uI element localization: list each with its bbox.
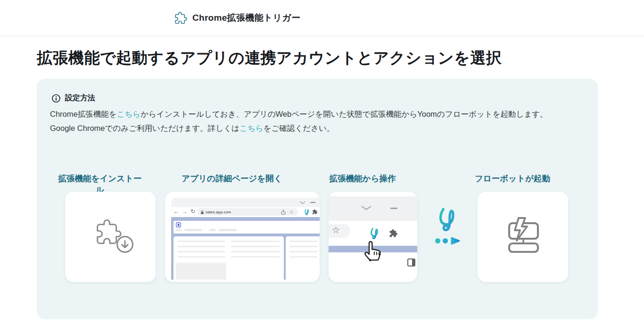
info-icon bbox=[51, 94, 61, 103]
guide-header: 設定方法 bbox=[51, 93, 95, 103]
doc-icon bbox=[176, 222, 181, 227]
details-link[interactable]: こちら bbox=[239, 124, 264, 132]
flow-dot bbox=[443, 238, 448, 243]
placeholder-pill bbox=[209, 229, 216, 231]
yoom-logo bbox=[435, 207, 460, 231]
flowbot-icon bbox=[500, 214, 545, 259]
step-title: フローボットが起動 bbox=[467, 173, 558, 184]
placeholder-line bbox=[231, 251, 280, 252]
share-icon bbox=[281, 210, 286, 215]
step-4-flowbot-starts: フローボットが起動 bbox=[478, 173, 568, 282]
placeholder-line bbox=[231, 246, 280, 247]
extension-puzzle-icon bbox=[174, 12, 187, 24]
browser-titlebar bbox=[329, 196, 417, 221]
app-header: Chrome拡張機能トリガー bbox=[0, 0, 644, 36]
step-card-toolbar-zoom: ☆ bbox=[329, 192, 417, 282]
extensions-puzzle-icon bbox=[389, 229, 398, 238]
page-header-strip bbox=[173, 221, 320, 234]
placeholder-line bbox=[289, 251, 318, 252]
extensions-puzzle-icon bbox=[312, 209, 318, 215]
step-title: 拡張機能をインストール bbox=[55, 173, 145, 184]
step-2-open-app-page: アプリの詳細ページを開く ← → ↻ sales.app.com bbox=[165, 173, 320, 282]
flow-dot bbox=[435, 238, 440, 243]
page-panel-left bbox=[173, 236, 284, 280]
placeholder-line bbox=[289, 241, 318, 242]
minimize-icon bbox=[310, 202, 315, 203]
step-1-install-extension: 拡張機能をインストール bbox=[65, 173, 156, 282]
app-header-content: Chrome拡張機能トリガー bbox=[174, 0, 300, 36]
placeholder-line bbox=[177, 256, 225, 258]
step-title: 拡張機能から操作 bbox=[318, 173, 407, 184]
step-card-flowbot bbox=[478, 192, 568, 282]
placeholder-line bbox=[177, 241, 225, 242]
app-page-mockup bbox=[171, 217, 320, 280]
guide-line1-post: からインストールしておき、アプリのWebページを開いた状態で拡張機能からYoom… bbox=[140, 110, 547, 118]
guide-line1-pre: Chrome拡張機能を bbox=[50, 110, 117, 118]
browser-toolbar: ☆ bbox=[329, 221, 417, 241]
flow-arrow-icon bbox=[451, 237, 460, 245]
yoom-extension-icon bbox=[369, 227, 380, 239]
url-bar: sales.app.com ☆ bbox=[197, 208, 298, 216]
minimize-icon bbox=[390, 208, 397, 209]
browser-window-mockup: ← → ↻ sales.app.com ☆ bbox=[171, 198, 320, 217]
placeholder-box bbox=[176, 263, 226, 280]
browser-titlebar bbox=[171, 198, 320, 207]
guide-line2-post: をご確認ください。 bbox=[264, 124, 335, 132]
placeholder-line bbox=[177, 251, 225, 252]
app-title: Chrome拡張機能トリガー bbox=[192, 12, 300, 24]
url-text: sales.app.com bbox=[206, 210, 231, 214]
placeholder-pill bbox=[175, 229, 182, 231]
puzzle-download-icon bbox=[88, 213, 135, 260]
back-icon: ← bbox=[173, 209, 179, 214]
placeholder-line bbox=[289, 246, 318, 247]
page-title: 拡張機能で起動するアプリの連携アカウントとアクションを選択 bbox=[37, 48, 626, 68]
star-icon: ☆ bbox=[289, 210, 294, 215]
guide-text-line1: Chrome拡張機能をこちらからインストールしておき、アプリのWebページを開い… bbox=[50, 107, 587, 121]
step-title: アプリの詳細ページを開く bbox=[155, 173, 309, 184]
forward-icon: → bbox=[182, 209, 188, 214]
placeholder-line bbox=[177, 246, 225, 247]
page-panel-right bbox=[286, 236, 320, 280]
flow-connector bbox=[421, 192, 475, 282]
lock-icon bbox=[200, 210, 204, 215]
guide-line2-pre: Google Chromeでのみご利用いただけます。詳しくは bbox=[50, 124, 239, 132]
yoom-extension-icon bbox=[304, 209, 310, 215]
sidebar-icon bbox=[407, 258, 415, 266]
install-link[interactable]: こちら bbox=[117, 110, 141, 118]
step-3-use-extension: 拡張機能から操作 ☆ bbox=[329, 173, 417, 282]
placeholder-line bbox=[231, 256, 280, 258]
setup-guide-panel: 設定方法 Chrome拡張機能をこちらからインストールしておき、アプリのWebペ… bbox=[37, 79, 598, 319]
placeholder-line bbox=[289, 256, 318, 258]
hand-cursor-icon bbox=[363, 239, 383, 262]
chevron-down-icon bbox=[361, 205, 372, 210]
placeholder-pill bbox=[219, 229, 237, 231]
page: Chrome拡張機能トリガー 拡張機能で起動するアプリの連携アカウントとアクショ… bbox=[0, 0, 644, 331]
placeholder-line bbox=[231, 241, 280, 242]
star-icon: ☆ bbox=[332, 225, 340, 235]
browser-toolbar: ← → ↻ sales.app.com ☆ bbox=[171, 207, 320, 217]
guide-text: Chrome拡張機能をこちらからインストールしておき、アプリのWebページを開い… bbox=[50, 107, 587, 135]
reload-icon: ↻ bbox=[190, 209, 195, 214]
step-card-install bbox=[65, 192, 156, 282]
placeholder-pill bbox=[184, 229, 202, 231]
guide-title: 設定方法 bbox=[65, 93, 95, 103]
guide-text-line2: Google Chromeでのみご利用いただけます。詳しくはこちらをご確認くださ… bbox=[50, 121, 587, 135]
chevron-down-icon bbox=[299, 201, 305, 204]
step-card-browser: ← → ↻ sales.app.com ☆ bbox=[165, 192, 320, 282]
